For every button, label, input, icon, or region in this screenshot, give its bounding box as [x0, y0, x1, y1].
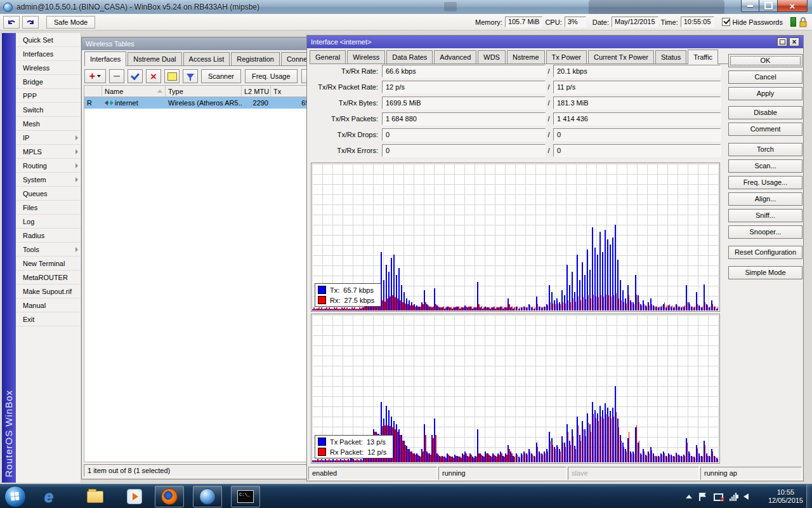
taskbar: 10:55 12/05/2015 — [0, 484, 812, 508]
taskbar-windows-explorer[interactable] — [86, 487, 105, 506]
field-tx-value[interactable]: 12 p/s — [382, 81, 546, 93]
taskbar-winbox[interactable] — [193, 486, 222, 507]
sidebar-item-files[interactable]: Files — [16, 201, 81, 215]
sidebar-item-wireless[interactable]: Wireless — [16, 61, 81, 75]
dialog-tab-tx-power[interactable]: Tx Power — [546, 50, 587, 64]
tray-expand-icon[interactable] — [686, 495, 692, 498]
ok-button[interactable]: OK — [728, 54, 802, 67]
redo-button[interactable] — [22, 16, 39, 29]
enable-button[interactable] — [128, 69, 143, 83]
field-tx-value[interactable]: 1 684 880 — [382, 112, 546, 125]
hide-passwords-checkbox[interactable] — [722, 18, 730, 26]
column-header-name[interactable]: Name — [102, 86, 166, 97]
network-disconnected-icon[interactable] — [713, 493, 723, 501]
wt-tab-registration[interactable]: Registration — [231, 52, 280, 65]
scan-button[interactable]: Scan... — [728, 159, 802, 173]
cancel-button[interactable]: Cancel — [728, 70, 802, 84]
sidebar-item-bridge[interactable]: Bridge — [16, 75, 81, 89]
sidebar-item-exit[interactable]: Exit — [16, 312, 81, 326]
filter-button[interactable] — [183, 69, 198, 83]
start-button[interactable] — [4, 486, 26, 507]
field-tx-value[interactable]: 0 — [382, 128, 546, 141]
safe-mode-button[interactable]: Safe Mode — [46, 16, 95, 29]
rx-bar — [471, 455, 472, 462]
dialog-tab-nstreme[interactable]: Nstreme — [507, 50, 545, 64]
sidebar-item-system[interactable]: System — [16, 173, 81, 187]
taskbar-clock[interactable]: 10:55 12/05/2015 — [768, 485, 803, 508]
wt-tab-nstreme-dual[interactable]: Nstreme Dual — [128, 52, 181, 65]
sidebar-item-tools[interactable]: Tools — [16, 243, 81, 257]
field-tx-value[interactable]: 0 — [382, 144, 546, 157]
wt-tab-interfaces[interactable]: Interfaces — [84, 51, 126, 66]
disable-button[interactable]: Disable — [728, 106, 802, 119]
maximize-button[interactable] — [759, 0, 777, 12]
taskbar-internet-explorer[interactable] — [39, 487, 58, 506]
field-rx-value[interactable]: 0 — [553, 128, 721, 141]
sidebar-item-ip[interactable]: IP — [16, 131, 81, 145]
freq-usage-button[interactable]: Freq. Usage... — [728, 176, 802, 189]
field-tx-value[interactable]: 1699.5 MiB — [382, 97, 546, 109]
sidebar-item-quick-set[interactable]: Quick Set — [16, 33, 81, 47]
undo-button[interactable] — [3, 16, 20, 29]
taskbar-command-prompt[interactable] — [231, 486, 260, 507]
sidebar-item-switch[interactable]: Switch — [16, 103, 81, 117]
close-button[interactable] — [777, 0, 808, 12]
dialog-tab-data-rates[interactable]: Data Rates — [386, 50, 433, 64]
sidebar-item-mpls[interactable]: MPLS — [16, 145, 81, 159]
align-button[interactable]: Align... — [728, 192, 802, 206]
dialog-tab-status[interactable]: Status — [655, 50, 686, 64]
rx-bar — [329, 307, 330, 311]
add-button[interactable] — [84, 69, 106, 83]
rx-bar — [402, 302, 403, 311]
sidebar-item-new-terminal[interactable]: New Terminal — [16, 257, 81, 271]
wt-button-freq-usage[interactable]: Freq. Usage — [245, 69, 298, 83]
wt-tab-access-list[interactable]: Access List — [183, 52, 230, 65]
sidebar-item-routing[interactable]: Routing — [16, 159, 81, 173]
sidebar-item-interfaces[interactable]: Interfaces — [16, 47, 81, 61]
sidebar-item-make-supout-rif[interactable]: Make Supout.rif — [16, 284, 81, 298]
sidebar-item-radius[interactable]: Radius — [16, 229, 81, 243]
field-rx-value[interactable]: 0 — [553, 144, 721, 157]
volume-icon[interactable] — [743, 493, 749, 500]
rx-bar — [400, 300, 401, 311]
field-separator: / — [546, 144, 552, 157]
comment-button[interactable]: Comment — [728, 123, 802, 136]
sidebar-item-metarouter[interactable]: MetaROUTER — [16, 271, 81, 284]
sidebar-item-ppp[interactable]: PPP — [16, 89, 81, 103]
column-header-type[interactable]: Type — [166, 86, 242, 97]
column-header-flags[interactable] — [84, 86, 102, 97]
dialog-tab-current-tx-power[interactable]: Current Tx Power — [588, 50, 654, 64]
disable-button[interactable] — [146, 69, 161, 83]
dialog-tab-general[interactable]: General — [310, 50, 346, 64]
field-rx-value[interactable]: 11 p/s — [553, 81, 721, 93]
field-rx-value[interactable]: 20.1 kbps — [553, 65, 721, 77]
rx-bar — [514, 457, 515, 462]
apply-button[interactable]: Apply — [728, 87, 802, 100]
taskbar-media-player[interactable] — [125, 487, 144, 506]
dialog-tab-wireless[interactable]: Wireless — [347, 50, 385, 64]
comment-button[interactable] — [164, 69, 180, 83]
column-header-l2-mtu[interactable]: L2 MTU — [242, 86, 271, 97]
simple-mode-button[interactable]: Simple Mode — [728, 266, 802, 279]
minimize-button[interactable] — [741, 0, 759, 12]
snooper-button[interactable]: Snooper... — [728, 225, 802, 239]
reset-configuration-button[interactable]: Reset Configuration — [728, 246, 802, 259]
dialog-tab-traffic[interactable]: Traffic — [688, 50, 718, 64]
action-center-flag-icon[interactable] — [699, 493, 706, 501]
field-rx-value[interactable]: 181.3 MiB — [553, 97, 721, 109]
sniff-button[interactable]: Sniff... — [728, 209, 802, 222]
remove-button[interactable] — [109, 69, 124, 83]
taskbar-firefox[interactable] — [155, 486, 184, 507]
field-tx-value[interactable]: 66.6 kbps — [382, 65, 546, 77]
wt-button-scanner[interactable]: Scanner — [201, 69, 241, 83]
sidebar-item-manual[interactable]: Manual — [16, 298, 81, 312]
sidebar-item-mesh[interactable]: Mesh — [16, 117, 81, 131]
show-desktop-button[interactable] — [806, 485, 812, 508]
rx-bar — [334, 460, 335, 462]
torch-button[interactable]: Torch — [728, 143, 802, 156]
field-rx-value[interactable]: 1 414 436 — [553, 112, 721, 125]
dialog-tab-wds[interactable]: WDS — [478, 50, 506, 64]
dialog-tab-advanced[interactable]: Advanced — [434, 50, 476, 64]
sidebar-item-queues[interactable]: Queues — [16, 187, 81, 201]
sidebar-item-log[interactable]: Log — [16, 215, 81, 229]
